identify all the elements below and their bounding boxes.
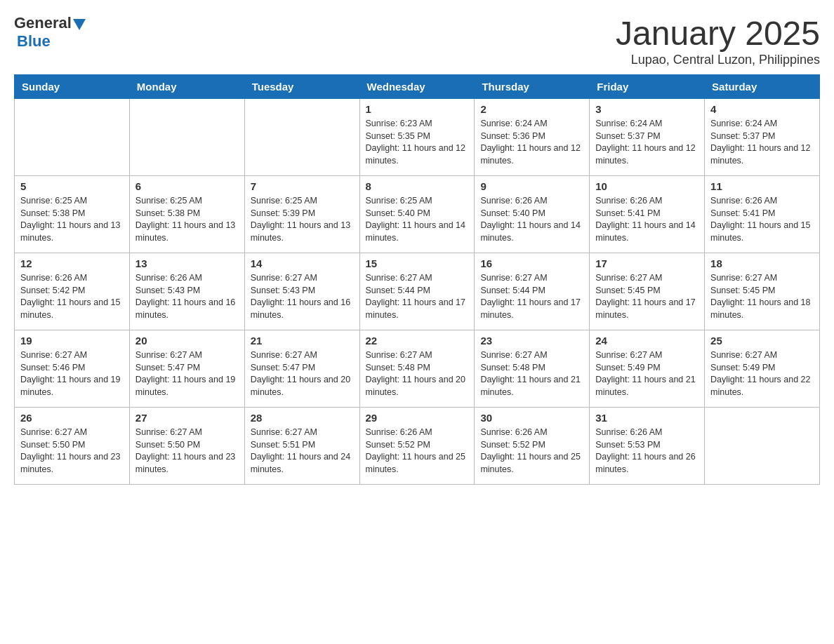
calendar-day-cell: 14Sunrise: 6:27 AM Sunset: 5:43 PM Dayli… [244,253,359,330]
day-info: Sunrise: 6:26 AM Sunset: 5:42 PM Dayligh… [20,272,124,321]
day-info: Sunrise: 6:26 AM Sunset: 5:43 PM Dayligh… [135,272,239,321]
calendar-day-cell [129,99,244,176]
day-info: Sunrise: 6:26 AM Sunset: 5:40 PM Dayligh… [480,195,583,244]
day-number: 6 [135,180,239,192]
logo-triangle-icon [73,19,86,30]
day-number: 1 [366,103,469,115]
day-number: 23 [480,335,583,347]
calendar-day-cell [244,99,359,176]
calendar-day-cell: 26Sunrise: 6:27 AM Sunset: 5:50 PM Dayli… [15,408,130,485]
calendar-day-cell: 15Sunrise: 6:27 AM Sunset: 5:44 PM Dayli… [359,253,475,330]
calendar-day-cell: 9Sunrise: 6:26 AM Sunset: 5:40 PM Daylig… [475,176,590,253]
calendar-day-cell: 6Sunrise: 6:25 AM Sunset: 5:38 PM Daylig… [129,176,244,253]
day-number: 16 [480,257,583,269]
calendar-day-cell: 23Sunrise: 6:27 AM Sunset: 5:48 PM Dayli… [475,330,590,408]
day-info: Sunrise: 6:27 AM Sunset: 5:47 PM Dayligh… [135,349,239,398]
calendar-day-cell: 12Sunrise: 6:26 AM Sunset: 5:42 PM Dayli… [15,253,130,330]
calendar-day-cell: 30Sunrise: 6:26 AM Sunset: 5:52 PM Dayli… [475,408,590,485]
day-number: 7 [251,180,354,192]
calendar-week-row: 19Sunrise: 6:27 AM Sunset: 5:46 PM Dayli… [15,330,820,408]
day-info: Sunrise: 6:26 AM Sunset: 5:53 PM Dayligh… [595,427,699,476]
day-info: Sunrise: 6:26 AM Sunset: 5:52 PM Dayligh… [366,427,469,476]
day-number: 10 [595,180,699,192]
day-number: 28 [251,412,354,424]
calendar-week-row: 1Sunrise: 6:23 AM Sunset: 5:35 PM Daylig… [15,99,820,176]
column-header-sunday: Sunday [15,75,130,99]
calendar-week-row: 26Sunrise: 6:27 AM Sunset: 5:50 PM Dayli… [15,408,820,485]
calendar-day-cell: 1Sunrise: 6:23 AM Sunset: 5:35 PM Daylig… [359,99,475,176]
day-number: 22 [366,335,469,347]
calendar-day-cell: 19Sunrise: 6:27 AM Sunset: 5:46 PM Dayli… [15,330,130,408]
day-info: Sunrise: 6:27 AM Sunset: 5:50 PM Dayligh… [20,427,124,476]
day-number: 21 [251,335,354,347]
calendar-day-cell [705,408,820,485]
logo-general-text: General [14,14,72,32]
day-info: Sunrise: 6:27 AM Sunset: 5:49 PM Dayligh… [595,349,699,398]
logo-blue-text: Blue [17,32,51,50]
calendar-week-row: 5Sunrise: 6:25 AM Sunset: 5:38 PM Daylig… [15,176,820,253]
day-number: 2 [480,103,583,115]
day-number: 30 [480,412,583,424]
day-number: 18 [710,257,814,269]
calendar-table: SundayMondayTuesdayWednesdayThursdayFrid… [14,74,820,485]
location: Lupao, Central Luzon, Philippines [616,53,820,67]
calendar-header-row: SundayMondayTuesdayWednesdayThursdayFrid… [15,75,820,99]
day-info: Sunrise: 6:25 AM Sunset: 5:40 PM Dayligh… [366,195,469,244]
day-info: Sunrise: 6:25 AM Sunset: 5:38 PM Dayligh… [135,195,239,244]
calendar-day-cell: 7Sunrise: 6:25 AM Sunset: 5:39 PM Daylig… [244,176,359,253]
day-number: 4 [710,103,814,115]
calendar-day-cell: 17Sunrise: 6:27 AM Sunset: 5:45 PM Dayli… [590,253,705,330]
day-info: Sunrise: 6:24 AM Sunset: 5:37 PM Dayligh… [710,118,814,167]
day-number: 29 [366,412,469,424]
calendar-day-cell [15,99,130,176]
month-title: January 2025 [616,14,820,53]
day-info: Sunrise: 6:26 AM Sunset: 5:41 PM Dayligh… [710,195,814,244]
day-number: 12 [20,257,124,269]
svg-marker-0 [73,19,86,30]
day-number: 26 [20,412,124,424]
day-number: 8 [366,180,469,192]
calendar-day-cell: 5Sunrise: 6:25 AM Sunset: 5:38 PM Daylig… [15,176,130,253]
calendar-day-cell: 11Sunrise: 6:26 AM Sunset: 5:41 PM Dayli… [705,176,820,253]
day-info: Sunrise: 6:27 AM Sunset: 5:43 PM Dayligh… [251,272,354,321]
calendar-day-cell: 8Sunrise: 6:25 AM Sunset: 5:40 PM Daylig… [359,176,475,253]
calendar-day-cell: 2Sunrise: 6:24 AM Sunset: 5:36 PM Daylig… [475,99,590,176]
day-number: 13 [135,257,239,269]
day-info: Sunrise: 6:25 AM Sunset: 5:38 PM Dayligh… [20,195,124,244]
column-header-friday: Friday [590,75,705,99]
calendar-day-cell: 28Sunrise: 6:27 AM Sunset: 5:51 PM Dayli… [244,408,359,485]
day-info: Sunrise: 6:27 AM Sunset: 5:45 PM Dayligh… [595,272,699,321]
day-number: 11 [710,180,814,192]
day-number: 31 [595,412,699,424]
column-header-wednesday: Wednesday [359,75,475,99]
calendar-day-cell: 29Sunrise: 6:26 AM Sunset: 5:52 PM Dayli… [359,408,475,485]
calendar-day-cell: 13Sunrise: 6:26 AM Sunset: 5:43 PM Dayli… [129,253,244,330]
calendar-day-cell: 22Sunrise: 6:27 AM Sunset: 5:48 PM Dayli… [359,330,475,408]
day-number: 20 [135,335,239,347]
day-info: Sunrise: 6:27 AM Sunset: 5:51 PM Dayligh… [251,427,354,476]
day-info: Sunrise: 6:27 AM Sunset: 5:44 PM Dayligh… [480,272,583,321]
calendar-day-cell: 31Sunrise: 6:26 AM Sunset: 5:53 PM Dayli… [590,408,705,485]
day-number: 25 [710,335,814,347]
day-number: 24 [595,335,699,347]
day-info: Sunrise: 6:27 AM Sunset: 5:48 PM Dayligh… [480,349,583,398]
day-info: Sunrise: 6:25 AM Sunset: 5:39 PM Dayligh… [251,195,354,244]
day-info: Sunrise: 6:27 AM Sunset: 5:49 PM Dayligh… [710,349,814,398]
logo: General Blue [14,14,86,51]
calendar-day-cell: 27Sunrise: 6:27 AM Sunset: 5:50 PM Dayli… [129,408,244,485]
day-info: Sunrise: 6:24 AM Sunset: 5:36 PM Dayligh… [480,118,583,167]
day-number: 5 [20,180,124,192]
column-header-saturday: Saturday [705,75,820,99]
day-info: Sunrise: 6:24 AM Sunset: 5:37 PM Dayligh… [595,118,699,167]
calendar-day-cell: 10Sunrise: 6:26 AM Sunset: 5:41 PM Dayli… [590,176,705,253]
day-info: Sunrise: 6:27 AM Sunset: 5:46 PM Dayligh… [20,349,124,398]
day-number: 9 [480,180,583,192]
calendar-day-cell: 4Sunrise: 6:24 AM Sunset: 5:37 PM Daylig… [705,99,820,176]
calendar-week-row: 12Sunrise: 6:26 AM Sunset: 5:42 PM Dayli… [15,253,820,330]
page-header: General Blue January 2025 Lupao, Central… [14,14,820,67]
calendar-day-cell: 25Sunrise: 6:27 AM Sunset: 5:49 PM Dayli… [705,330,820,408]
day-number: 19 [20,335,124,347]
calendar-day-cell: 3Sunrise: 6:24 AM Sunset: 5:37 PM Daylig… [590,99,705,176]
calendar-day-cell: 18Sunrise: 6:27 AM Sunset: 5:45 PM Dayli… [705,253,820,330]
day-number: 17 [595,257,699,269]
